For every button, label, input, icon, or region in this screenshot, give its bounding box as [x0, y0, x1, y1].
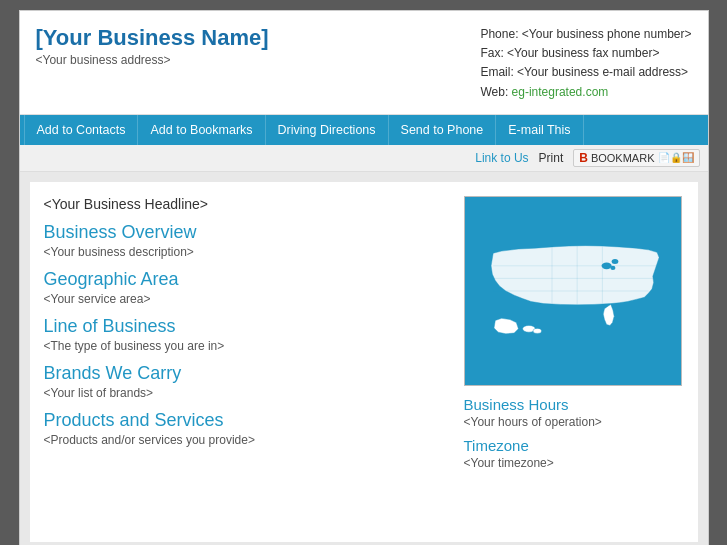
products-title: Products and Services [44, 410, 448, 431]
hours-title: Business Hours [464, 396, 684, 413]
main-content: <Your Business Headline> Business Overvi… [30, 182, 698, 542]
geo-title: Geographic Area [44, 269, 448, 290]
web-label: Web: [480, 85, 508, 99]
link-to-us[interactable]: Link to Us [475, 151, 528, 165]
business-address: <Your business address> [36, 53, 269, 67]
brands-desc: <Your list of brands> [44, 386, 448, 400]
bookmark-icons-extra: 📄🔒🪟 [658, 152, 694, 163]
timezone-desc: <Your timezone> [464, 456, 684, 470]
nav-add-contacts[interactable]: Add to Contacts [24, 115, 139, 145]
map-container [464, 196, 682, 386]
business-name: [Your Business Name] [36, 25, 269, 51]
products-desc: <Products and/or services you provide> [44, 433, 448, 447]
nav-driving-directions[interactable]: Driving Directions [266, 115, 389, 145]
header: [Your Business Name] <Your business addr… [20, 11, 708, 115]
web-row: Web: eg-integrated.com [480, 83, 691, 102]
content-right: Business Hours <Your hours of operation>… [464, 196, 684, 528]
overview-title: Business Overview [44, 222, 448, 243]
geo-desc: <Your service area> [44, 292, 448, 306]
header-left: [Your Business Name] <Your business addr… [36, 25, 269, 67]
timezone-title: Timezone [464, 437, 684, 454]
nav-add-bookmarks[interactable]: Add to Bookmarks [138, 115, 265, 145]
email-label: Email: <Your business e-mail address> [480, 63, 691, 82]
phone-label: Phone: <Your business phone number> [480, 25, 691, 44]
line-desc: <The type of business you are in> [44, 339, 448, 353]
fax-label: Fax: <Your business fax number> [480, 44, 691, 63]
bookmark-icon: B [579, 151, 588, 165]
sub-bar: Link to Us Print B BOOKMARK 📄🔒🪟 [20, 145, 708, 172]
svg-point-2 [611, 259, 618, 264]
header-right: Phone: <Your business phone number> Fax:… [480, 25, 691, 102]
overview-desc: <Your business description> [44, 245, 448, 259]
print-link[interactable]: Print [539, 151, 564, 165]
content-left: <Your Business Headline> Business Overvi… [44, 196, 448, 528]
svg-point-3 [610, 266, 615, 270]
hours-desc: <Your hours of operation> [464, 415, 684, 429]
us-map-svg [468, 201, 678, 381]
page-wrapper: [Your Business Name] <Your business addr… [19, 10, 709, 545]
bookmark-label: BOOKMARK [591, 152, 655, 164]
nav-send-to-phone[interactable]: Send to Phone [389, 115, 497, 145]
business-headline: <Your Business Headline> [44, 196, 448, 212]
brands-title: Brands We Carry [44, 363, 448, 384]
svg-point-5 [533, 328, 541, 333]
bookmark-button[interactable]: B BOOKMARK 📄🔒🪟 [573, 149, 699, 167]
nav-bar: Add to Contacts Add to Bookmarks Driving… [20, 115, 708, 145]
nav-email-this[interactable]: E-mail This [496, 115, 583, 145]
web-link[interactable]: eg-integrated.com [512, 85, 609, 99]
line-title: Line of Business [44, 316, 448, 337]
